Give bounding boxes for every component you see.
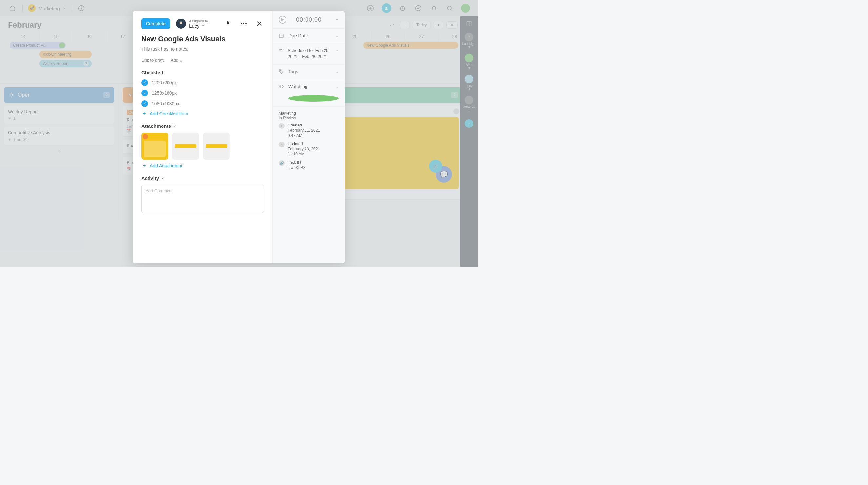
timer-row[interactable]: 00:00:00 [273, 11, 344, 29]
plus-circle-icon: + [279, 123, 284, 129]
svg-point-20 [241, 23, 242, 24]
activity-title: Activity [141, 175, 264, 181]
pencil-icon: ✎ [279, 141, 284, 148]
plus-icon: + [141, 163, 147, 169]
check-icon[interactable]: ✓ [141, 79, 148, 86]
svg-rect-25 [279, 34, 283, 38]
check-icon[interactable]: ✓ [141, 90, 148, 96]
tags-row[interactable]: Tags ⌄ [273, 65, 344, 79]
plus-icon: + [141, 111, 147, 117]
eye-icon [279, 84, 284, 89]
taskid-log: 🔗 Task ID lJw5K5B8 [279, 160, 339, 170]
schedule-row[interactable]: Scheduled for Feb 25, 2021 – Feb 28, 202… [273, 43, 344, 65]
task-sidebar: 00:00:00 Due Date ⌄ Scheduled for Feb 25… [272, 11, 344, 263]
svg-point-27 [280, 71, 281, 71]
assignee-selector[interactable]: Assigned to Lucy [176, 19, 208, 29]
link-draft[interactable]: Link to draft [141, 58, 163, 63]
add-checklist-button[interactable]: + Add Checklist Item [141, 111, 264, 117]
svg-point-21 [243, 23, 244, 24]
task-title[interactable]: New Google Ads Visuals [141, 35, 264, 43]
watcher-avatar[interactable] [288, 95, 339, 102]
play-icon[interactable] [279, 16, 286, 24]
add-link-button[interactable]: Add... [171, 58, 182, 63]
task-notes[interactable]: This task has no notes. [141, 46, 264, 52]
attachments-title: Attachments [141, 123, 264, 129]
attachment-thumb[interactable] [203, 133, 230, 160]
watching-row[interactable]: Watching ⌄ [273, 79, 344, 106]
close-icon[interactable] [255, 19, 264, 28]
updated-log: ✎ Updated February 23, 2021 11:10 AM [279, 141, 339, 157]
link-icon: 🔗 [279, 160, 284, 166]
attachment-thumb[interactable] [141, 133, 168, 160]
created-log: + Created February 11, 2021 9:47 AM [279, 123, 339, 138]
calendar-icon [279, 33, 284, 38]
comment-input[interactable]: Add Comment [141, 185, 264, 213]
pin-icon[interactable] [223, 19, 232, 28]
checklist-item[interactable]: ✓ 1250x180px [141, 90, 264, 96]
checklist-item[interactable]: ✓ 1080x1080px [141, 100, 264, 107]
more-icon[interactable] [239, 19, 248, 28]
checklist-title: Checklist [141, 70, 264, 75]
add-attachment-button[interactable]: + Add Attachment [141, 163, 264, 169]
attachment-thumb[interactable] [172, 133, 199, 160]
due-date-row[interactable]: Due Date ⌄ [273, 29, 344, 43]
task-modal: Complete Assigned to Lucy [133, 11, 344, 263]
check-icon[interactable]: ✓ [141, 100, 148, 107]
checklist-item[interactable]: ✓ 1200x200px [141, 79, 264, 86]
tag-icon [279, 69, 284, 74]
schedule-icon [279, 48, 284, 53]
attachments-list [141, 133, 264, 160]
svg-point-28 [281, 86, 282, 87]
complete-button[interactable]: Complete [141, 18, 170, 29]
task-meta-footer: Marketing In Review + Created February 1… [273, 106, 344, 178]
svg-point-22 [245, 23, 247, 24]
